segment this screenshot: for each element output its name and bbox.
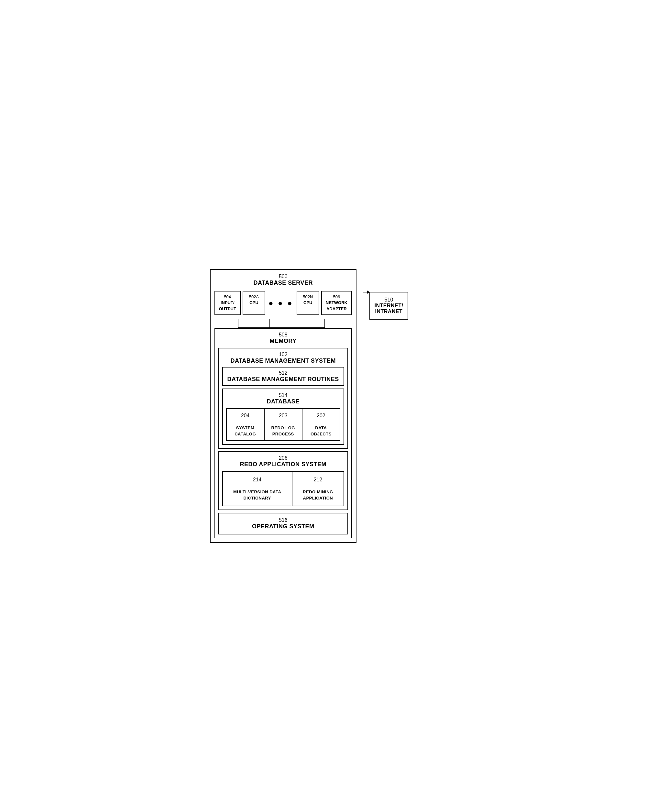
server-label: DATABASE SERVER: [214, 279, 352, 286]
network-adapter-number: 506: [326, 294, 347, 300]
connector-line-1: [238, 319, 238, 328]
redo-log-box: 203 REDO LOGPROCESS: [264, 408, 302, 441]
database-title: 514 DATABASE: [226, 392, 340, 405]
internet-number: 510: [373, 297, 404, 303]
database-number: 514: [226, 392, 340, 398]
io-number: 504: [219, 294, 236, 300]
multi-version-dict-label: MULTI-VERSION DATADICTIONARY: [226, 489, 289, 501]
connector-area: [214, 319, 352, 328]
redo-log-number: 203: [269, 412, 297, 419]
cpu-n-label: CPU: [301, 300, 315, 306]
dbms-label: DATABASE MANAGEMENT SYSTEM: [222, 357, 344, 364]
redo-app-label: REDO APPLICATION SYSTEM: [222, 461, 344, 468]
dbms-title: 102 DATABASE MANAGEMENT SYSTEM: [222, 352, 344, 364]
system-catalog-box: 204 SYSTEMCATALOG: [226, 408, 264, 441]
redo-app-number: 206: [222, 455, 344, 461]
os-box: 516 OPERATING SYSTEM: [218, 513, 348, 534]
redo-mining-number: 212: [296, 476, 340, 483]
network-adapter-label: NETWORKADAPTER: [326, 300, 347, 311]
connector-horizontal: [238, 327, 325, 328]
connector-line-2: [269, 319, 270, 328]
multi-version-dict-number: 214: [226, 476, 289, 483]
redo-app-box: 206 REDO APPLICATION SYSTEM 214 MULTI-VE…: [218, 451, 348, 510]
cpu-n-number: 502N: [301, 294, 315, 300]
server-box: 500 DATABASE SERVER 504 INPUT/OUTPUT 502…: [210, 269, 356, 542]
os-label: OPERATING SYSTEM: [223, 523, 344, 530]
memory-title: 508 MEMORY: [218, 332, 348, 345]
database-label: DATABASE: [226, 398, 340, 405]
redo-log-label: REDO LOGPROCESS: [269, 425, 297, 437]
memory-box: 508 MEMORY 102 DATABASE MANAGEMENT SYSTE…: [214, 328, 352, 538]
arrow-line: [363, 292, 370, 293]
io-box: 504 INPUT/OUTPUT: [214, 291, 241, 315]
server-number: 500: [214, 274, 352, 279]
network-adapter-box: 506 NETWORKADAPTER: [321, 291, 352, 315]
arrow-connector: [363, 292, 370, 293]
data-objects-box: 202 DATAOBJECTS: [302, 408, 340, 441]
cpu-a-box: 502A CPU: [243, 291, 265, 315]
internet-box: 510 INTERNET/INTRANET: [370, 292, 408, 320]
database-items-row: 204 SYSTEMCATALOG 203 REDO LOGPROCESS 20…: [226, 408, 340, 441]
database-box: 514 DATABASE 204 SYSTEMCATALOG 203 REDO …: [222, 389, 344, 445]
cpu-n-box: 502N CPU: [297, 291, 319, 315]
io-label: INPUT/OUTPUT: [219, 300, 236, 311]
db-routines-box: 512 DATABASE MANAGEMENT ROUTINES: [222, 367, 344, 386]
data-objects-number: 202: [307, 412, 335, 419]
cpu-a-label: CPU: [247, 300, 261, 306]
system-catalog-label: SYSTEMCATALOG: [231, 425, 260, 437]
system-catalog-number: 204: [231, 412, 260, 419]
db-routines-label: DATABASE MANAGEMENT ROUTINES: [226, 376, 341, 383]
connector-line-3: [324, 319, 325, 328]
internet-label: INTERNET/INTRANET: [373, 303, 404, 314]
memory-number: 508: [218, 332, 348, 338]
server-header: 500 DATABASE SERVER: [214, 274, 352, 286]
redo-app-title: 206 REDO APPLICATION SYSTEM: [222, 455, 344, 468]
memory-label: MEMORY: [218, 338, 348, 345]
diagram-container: 500 DATABASE SERVER 504 INPUT/OUTPUT 502…: [210, 269, 437, 542]
redo-app-items-row: 214 MULTI-VERSION DATADICTIONARY 212 RED…: [222, 471, 344, 506]
right-section: 510 INTERNET/INTRANET: [363, 269, 408, 320]
dbms-number: 102: [222, 352, 344, 357]
db-routines-number: 512: [226, 370, 341, 376]
dbms-box: 102 DATABASE MANAGEMENT SYSTEM 512 DATAB…: [218, 348, 348, 449]
redo-mining-box: 212 REDO MININGAPPLICATION: [292, 471, 344, 506]
os-number: 516: [223, 517, 344, 523]
cpu-a-number: 502A: [247, 294, 261, 300]
multi-version-dict-box: 214 MULTI-VERSION DATADICTIONARY: [222, 471, 292, 506]
cpu-row: 504 INPUT/OUTPUT 502A CPU ● ● ● 502N CPU…: [214, 291, 352, 315]
redo-mining-label: REDO MININGAPPLICATION: [296, 489, 340, 501]
data-objects-label: DATAOBJECTS: [307, 425, 335, 437]
dots: ● ● ●: [267, 291, 295, 315]
